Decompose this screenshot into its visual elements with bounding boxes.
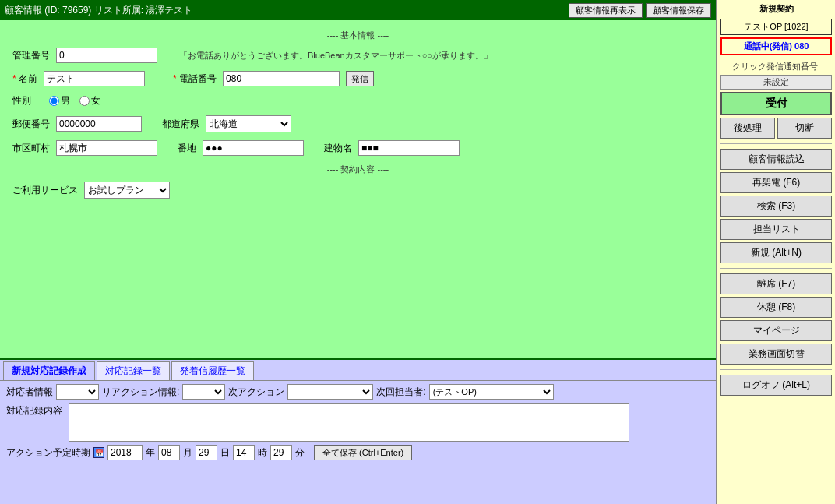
gender-female-radio[interactable]	[79, 96, 90, 106]
rest-btn[interactable]: 休憩 (F8)	[720, 297, 832, 318]
prefecture-label: 都道府県	[162, 118, 199, 131]
month-label: 月	[183, 446, 192, 460]
receive-btn[interactable]: 受付	[720, 92, 832, 115]
afterprocess-btn[interactable]: 後処理	[720, 118, 775, 139]
service-select[interactable]: お試しプラン	[84, 182, 170, 199]
next-person-select[interactable]: (テストOP)	[429, 384, 554, 400]
recall-btn[interactable]: 再架電 (F6)	[720, 172, 832, 193]
cut-btn[interactable]: 切断	[777, 118, 832, 139]
phone-input[interactable]	[223, 71, 340, 86]
click-value: 未設定	[720, 75, 832, 90]
next-person-label: 次回担当者:	[376, 386, 425, 399]
staff-list-btn[interactable]: 担当リスト	[720, 219, 832, 240]
admin-no-label: 管理番号	[12, 49, 50, 62]
record-label: 対応記録内容	[6, 404, 62, 418]
sidebar-title: 新規契約	[720, 3, 832, 15]
click-label: クリック発信通知番号:	[720, 61, 832, 72]
save-all-btn[interactable]: 全て保存 (Ctrl+Enter)	[314, 445, 412, 460]
divider3	[720, 369, 832, 370]
address-label: 番地	[178, 142, 196, 155]
op-info: テストOP [1022]	[720, 19, 832, 35]
call-status: 通話中(発信) 080	[720, 37, 832, 55]
year-input[interactable]	[107, 445, 143, 460]
greeting-text: 「お電話ありがとうございます。BlueBeanカスタマーサポート○○が承ります。…	[179, 50, 492, 62]
hour-input[interactable]	[233, 445, 255, 460]
postal-label: 郵便番号	[12, 118, 50, 131]
schedule-label: アクション予定時期	[6, 446, 90, 460]
search-btn[interactable]: 検索 (F3)	[720, 196, 832, 217]
new-btn[interactable]: 新規 (Alt+N)	[720, 242, 832, 263]
min-input[interactable]	[270, 445, 292, 460]
gender-male-radio[interactable]	[49, 96, 59, 106]
year-label: 年	[146, 446, 155, 460]
call-btn[interactable]: 発信	[346, 71, 374, 86]
operator-label: 対応者情報	[6, 386, 53, 399]
city-input[interactable]	[56, 140, 157, 156]
city-label: 市区町村	[12, 142, 50, 155]
calendar-icon[interactable]: 📅	[93, 447, 104, 458]
prefecture-select[interactable]: 北海道	[206, 115, 291, 132]
switch-btn[interactable]: 業務画面切替	[720, 344, 832, 365]
next-action-label: 次アクション	[228, 386, 284, 399]
phone-label: 電話番号	[173, 72, 217, 86]
tab-new-record[interactable]: 新規対応記録作成	[3, 361, 95, 380]
logout-btn[interactable]: ログオフ (Alt+L)	[720, 375, 832, 396]
gender-label: 性別	[12, 94, 31, 107]
hour-label: 時	[258, 446, 267, 460]
tab-call-history[interactable]: 発着信履歴一覧	[171, 361, 254, 380]
min-label: 分	[295, 446, 305, 460]
refresh-customer-btn[interactable]: 顧客情報再表示	[569, 3, 643, 18]
gender-female-label[interactable]: 女	[79, 94, 100, 107]
building-input[interactable]	[358, 140, 460, 156]
day-label: 日	[220, 446, 230, 460]
away-btn[interactable]: 離席 (F7)	[720, 273, 832, 294]
next-action-select[interactable]: ――	[287, 384, 373, 400]
record-textarea[interactable]	[69, 403, 629, 442]
operator-select[interactable]: ――	[56, 384, 99, 400]
reaction-select[interactable]: ――	[182, 384, 225, 400]
day-input[interactable]	[196, 445, 217, 460]
name-label: 名前	[12, 72, 37, 86]
month-input[interactable]	[158, 445, 180, 460]
gender-male-label[interactable]: 男	[49, 94, 70, 107]
divider2	[720, 268, 832, 269]
divider1	[720, 143, 832, 144]
read-customer-btn[interactable]: 顧客情報読込	[720, 149, 832, 170]
page-title: 顧客情報 (ID: 79659) リスト所属: 湯澤テスト	[5, 4, 192, 17]
postal-input[interactable]	[56, 116, 142, 132]
reaction-label: リアクション情報:	[102, 386, 179, 399]
save-customer-btn[interactable]: 顧客情報保存	[646, 3, 711, 18]
tab-record-list[interactable]: 対応記録一覧	[97, 361, 170, 380]
admin-no-input[interactable]	[56, 48, 157, 63]
building-label: 建物名	[324, 142, 352, 155]
mypage-btn[interactable]: マイページ	[720, 320, 832, 341]
address-input[interactable]	[203, 140, 304, 156]
service-label: ご利用サービス	[12, 184, 78, 197]
basic-info-title: ---- 基本情報 ----	[12, 30, 703, 41]
contract-section-title: ---- 契約内容 ----	[12, 164, 703, 175]
name-input[interactable]	[44, 71, 145, 86]
